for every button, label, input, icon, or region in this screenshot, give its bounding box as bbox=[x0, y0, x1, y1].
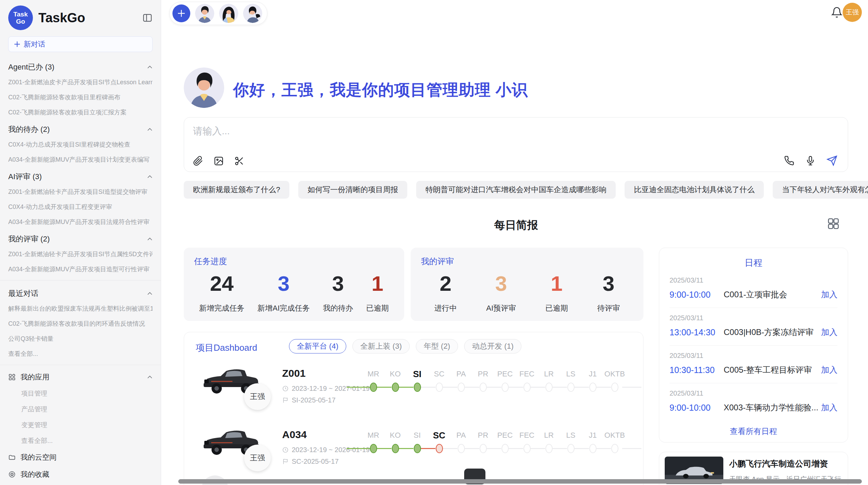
project-row[interactable]: 王强 Z001 2023-12-19 ~ 2027-01-19 SI-2025-… bbox=[184, 363, 643, 421]
chevron-up-icon[interactable] bbox=[147, 292, 153, 295]
milestone-dot bbox=[480, 383, 487, 392]
recent-chat-item[interactable]: C02-飞腾新能源轻客改款项目的闭环通告反馈情况 bbox=[8, 316, 153, 331]
flag-icon bbox=[282, 458, 289, 465]
view-all-schedule-link[interactable]: 查看所有日程 bbox=[670, 421, 837, 437]
join-link[interactable]: 加入 bbox=[821, 327, 837, 338]
user-avatar[interactable]: 王强 bbox=[843, 3, 862, 22]
assistant-avatar-1[interactable] bbox=[195, 4, 214, 23]
phone-icon[interactable] bbox=[784, 156, 794, 166]
sidebar-task-item[interactable]: A034-全新新能源MUV产品开发项目法规符合性评审 bbox=[8, 214, 153, 229]
add-assistant-button[interactable] bbox=[172, 4, 190, 22]
app-item-product-management[interactable]: 产品管理 bbox=[8, 401, 153, 417]
section-header-agent-done[interactable]: Agent已办 (3) bbox=[8, 58, 153, 75]
composer-input[interactable] bbox=[193, 124, 776, 139]
tab-new-body[interactable]: 全新上装 (3) bbox=[352, 339, 410, 353]
suggestion-chip[interactable]: 当下年轻人对汽车外观有怎样的喜好趋势 bbox=[773, 181, 868, 199]
schedule-item: 2025/03/11 9:00-10:00 C001-立项审批会 加入 bbox=[670, 270, 837, 308]
composer-attachment-tools bbox=[193, 156, 244, 166]
milestone-dot bbox=[589, 383, 596, 392]
milestone-dot bbox=[523, 444, 531, 453]
milestone-dot bbox=[545, 383, 553, 392]
notification-bell-icon[interactable] bbox=[831, 7, 843, 18]
sidebar-task-item[interactable]: C02-飞腾新能源轻客改款项目立项汇报方案 bbox=[8, 105, 153, 120]
milestone-station: PA bbox=[450, 430, 472, 460]
apps-view-all[interactable]: 查看全部... bbox=[8, 433, 153, 449]
recent-chats-view-all[interactable]: 查看全部... bbox=[8, 346, 153, 361]
join-link[interactable]: 加入 bbox=[821, 289, 837, 300]
sidebar-task-item[interactable]: C0X4-动力总成开发项目SI里程碑提交物检查 bbox=[8, 137, 153, 152]
project-name: Z001 bbox=[282, 368, 305, 379]
chevron-up-icon[interactable] bbox=[147, 237, 153, 241]
recent-chat-item[interactable]: 公司Q3轻卡销量 bbox=[8, 331, 153, 346]
clock-icon bbox=[282, 385, 289, 392]
send-icon[interactable] bbox=[827, 155, 837, 166]
schedule-date: 2025/03/11 bbox=[670, 276, 837, 284]
tab-powertrain[interactable]: 动总开发 (1) bbox=[464, 339, 521, 353]
sidebar-item-favorites[interactable]: 我的收藏 bbox=[8, 466, 153, 483]
suggestion-chip[interactable]: 如何写一份清晰的项目周报 bbox=[298, 181, 407, 199]
paperclip-icon[interactable] bbox=[193, 156, 203, 166]
milestone-dot bbox=[567, 383, 575, 392]
milestone-dot bbox=[523, 383, 531, 392]
chevron-up-icon[interactable] bbox=[147, 375, 153, 379]
assistant-illustration-avatar bbox=[184, 67, 224, 108]
app-item-project-management[interactable]: 项目管理 bbox=[8, 386, 153, 401]
sidebar-task-item[interactable]: Z001-全新燃油轻卡产品开发项目SI造型提交物评审 bbox=[8, 184, 153, 199]
milestone-dot bbox=[458, 383, 465, 392]
milestone-station: SC bbox=[428, 368, 450, 399]
horizontal-scrollbar-thumb[interactable] bbox=[178, 479, 862, 484]
image-icon[interactable] bbox=[214, 156, 224, 166]
milestone-station: PA bbox=[450, 368, 472, 399]
milestone-dot bbox=[392, 383, 399, 392]
milestone-track: MR KO SI SC PA PR PEC FEC LR LS J1 OKTB bbox=[362, 368, 626, 399]
suggestion-chip[interactable]: 比亚迪全固态电池计划具体说了什么 bbox=[625, 181, 764, 199]
cloud-folder-icon bbox=[8, 453, 16, 461]
plus-icon bbox=[177, 9, 186, 18]
section-header-my-todo[interactable]: 我的待办 (2) bbox=[8, 120, 153, 137]
sidebar-task-item[interactable]: C02-飞腾新能源轻客改款项目里程碑画布 bbox=[8, 90, 153, 105]
new-chat-button[interactable]: 新对话 bbox=[8, 36, 153, 52]
section-header-recent-chats[interactable]: 最近对话 bbox=[8, 284, 153, 301]
schedule-date: 2025/03/11 bbox=[670, 389, 837, 397]
milestone-station: PR bbox=[472, 430, 494, 460]
sidebar-task-item[interactable]: A034-全新新能源MUV产品开发项目造型可行性评审 bbox=[8, 262, 153, 277]
project-owner-badge: 王强 bbox=[244, 445, 271, 471]
divider bbox=[0, 365, 161, 365]
chevron-up-icon[interactable] bbox=[147, 65, 153, 69]
schedule-card: 日程 2025/03/11 9:00-10:00 C001-立项审批会 加入 2… bbox=[659, 248, 848, 443]
stat-in-progress: 2 进行中 bbox=[434, 272, 457, 313]
recent-chat-item[interactable]: 解释最新出台的欧盟报废车法规再生塑料比例被调至15%... bbox=[8, 301, 153, 316]
suggestion-chip[interactable]: 欧洲新规最近颁布了什么? bbox=[184, 181, 289, 199]
schedule-meeting-title: C005-整车工程目标评审 bbox=[724, 364, 821, 375]
section-header-ai-review[interactable]: AI评审 (3) bbox=[8, 167, 153, 184]
app-item-change-management[interactable]: 变更管理 bbox=[8, 417, 153, 433]
chevron-up-icon[interactable] bbox=[147, 128, 153, 131]
news-title: 小鹏飞行汽车制造公司增资 bbox=[729, 458, 828, 469]
suggestion-chip[interactable]: 特朗普可能对进口汽车增税会对中国车企造成哪些影响 bbox=[416, 181, 616, 199]
schedule-time: 9:00-10:00 bbox=[670, 403, 724, 413]
milestone-dot bbox=[370, 383, 377, 392]
microphone-icon[interactable] bbox=[805, 156, 816, 166]
scissors-icon[interactable] bbox=[234, 156, 244, 166]
assistant-avatar-2[interactable] bbox=[219, 4, 238, 23]
join-link[interactable]: 加入 bbox=[821, 364, 837, 375]
sidebar-task-item[interactable]: Z001-全新燃油皮卡产品开发项目SI节点Lesson Learn报告 bbox=[8, 75, 153, 90]
tab-new-platform[interactable]: 全新平台 (4) bbox=[289, 339, 346, 353]
sidebar-task-item[interactable]: C0X4-动力总成开发项目工程变更评审 bbox=[8, 199, 153, 214]
sidebar-item-cloud-space[interactable]: 我的云空间 bbox=[8, 449, 153, 466]
assistant-avatar-3[interactable] bbox=[243, 4, 262, 23]
section-header-my-review[interactable]: 我的评审 (2) bbox=[8, 229, 153, 247]
sidebar-collapse-icon[interactable] bbox=[142, 13, 153, 23]
star-badge-icon bbox=[8, 471, 16, 478]
project-owner-badge: 王强 bbox=[244, 383, 271, 410]
layout-grid-icon[interactable] bbox=[827, 217, 840, 230]
project-row[interactable]: 王强 A034 2023-12-19 ~ 2026-01-19 SC-2025-… bbox=[184, 424, 643, 482]
schedule-meeting-title: C001-立项审批会 bbox=[724, 289, 821, 300]
sidebar-item-my-apps[interactable]: 我的应用 bbox=[8, 369, 153, 386]
chevron-up-icon[interactable] bbox=[147, 175, 153, 178]
milestone-dot-overdue bbox=[436, 444, 443, 453]
sidebar-task-item[interactable]: Z001-全新燃油轻卡产品开发项目SI节点属性5D文件评审 bbox=[8, 247, 153, 262]
tab-year-model[interactable]: 年型 (2) bbox=[416, 339, 458, 353]
sidebar-task-item[interactable]: A034-全新新能源MUV产品开发项目计划变更表编写 bbox=[8, 152, 153, 167]
join-link[interactable]: 加入 bbox=[821, 402, 837, 413]
